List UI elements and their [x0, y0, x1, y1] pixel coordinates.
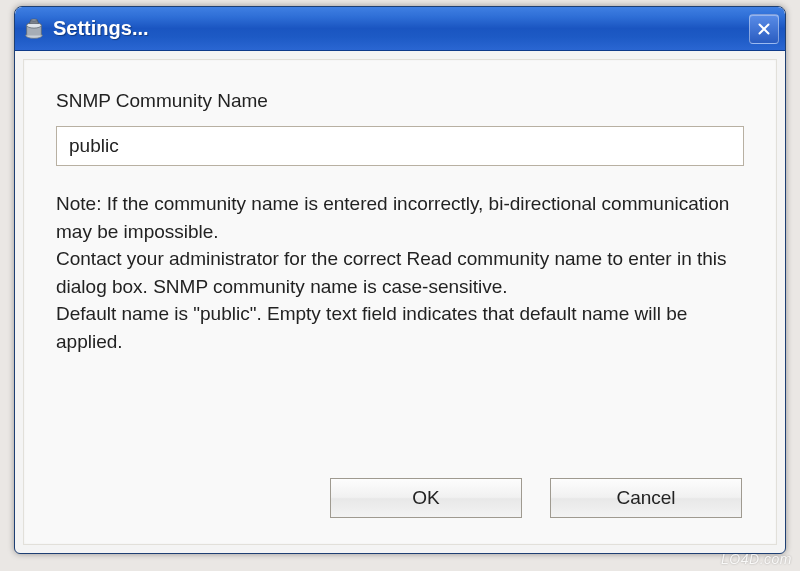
cancel-button[interactable]: Cancel — [550, 478, 742, 518]
close-button[interactable] — [749, 14, 779, 44]
window-title: Settings... — [53, 17, 749, 40]
button-row: OK Cancel — [56, 474, 744, 524]
settings-dialog: Settings... SNMP Community Name Note: If… — [14, 6, 786, 554]
dialog-body: SNMP Community Name Note: If the communi… — [23, 59, 777, 545]
app-icon — [23, 18, 45, 40]
community-name-label: SNMP Community Name — [56, 90, 744, 112]
community-name-input[interactable] — [56, 126, 744, 166]
titlebar: Settings... — [15, 7, 785, 51]
svg-point-2 — [31, 19, 37, 21]
note-text: Note: If the community name is entered i… — [56, 190, 744, 355]
spacer — [56, 355, 744, 474]
ok-button[interactable]: OK — [330, 478, 522, 518]
